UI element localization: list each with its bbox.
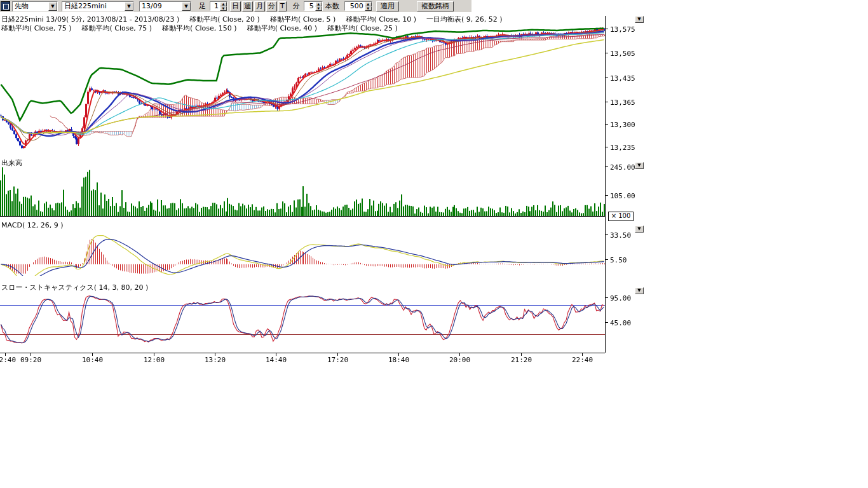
bar-count-label: 本数 [325,1,339,11]
spin-down-icon[interactable]: ▼ [220,6,227,11]
interval-value: 1 [210,2,220,10]
period-month-button[interactable]: 月 [254,1,265,11]
period-day-button[interactable]: 日 [230,1,241,11]
trading-chart-app: 先物 ▼ 日経225mini ▼ 13/09 ▼ 足 1 ▲▼ 日 週 月 分 … [0,0,868,488]
app-icon [1,1,10,11]
period-minute-button[interactable]: 分 [266,1,277,11]
spin-up-icon[interactable]: ▲ [315,2,322,6]
minute-interval-value: 5 [304,2,315,10]
chart-title: 日経225mini 13/09( 5分, 2013/08/21 - 2013/0… [1,16,179,24]
main-toolbar: 先物 ▼ 日経225mini ▼ 13/09 ▼ 足 1 ▲▼ 日 週 月 分 … [0,0,471,12]
volume-scale-box: × 100 [608,212,634,221]
category-select-value: 先物 [13,2,48,11]
indicator-label-ma10: 移動平均( Close, 10 ) [346,16,416,24]
minute-unit-label: 分 [293,1,300,11]
indicator-label-ma75a: 移動平均( Close, 75 ) [1,25,72,32]
indicator-label-ma25: 移動平均( Close, 25 ) [327,25,398,32]
indicator-label-ma150: 移動平均( Close, 150 ) [162,25,237,32]
volume-panel-menu-button[interactable]: ▼ [635,162,644,169]
interval-stepper[interactable]: 1 ▲▼ [210,1,227,11]
bar-count-stepper[interactable]: 500 ▲▼ [344,1,372,11]
indicator-label-ma40: 移動平均( Close, 40 ) [247,25,318,32]
spin-down-icon[interactable]: ▼ [315,6,322,11]
minute-interval-stepper[interactable]: 5 ▲▼ [304,1,323,11]
volume-panel-label: 出来高 [1,159,22,167]
price-chart-canvas[interactable] [0,0,644,367]
chevron-down-icon[interactable]: ▼ [125,2,133,11]
price-panel-menu-button[interactable]: ▼ [635,16,644,23]
symbol-select-value: 日経225mini [62,2,125,11]
indicator-label-ma5: 移動平均( Close, 5 ) [270,16,336,24]
stoch-panel-menu-button[interactable]: ▼ [635,287,644,294]
period-tick-button[interactable]: T [278,1,287,11]
category-select[interactable]: 先物 ▼ [12,1,58,11]
chart-header-line1: 日経225mini 13/09( 5分, 2013/08/21 - 2013/0… [1,16,503,24]
bar-count-value: 500 [345,2,365,10]
contract-month-select[interactable]: 13/09 ▼ [139,1,191,11]
macd-panel-menu-button[interactable]: ▼ [635,226,644,233]
contract-select-value: 13/09 [140,2,182,11]
stoch-panel-label: スロー・ストキャスティクス( 14, 3, 80, 20 ) [1,284,148,292]
spin-down-icon[interactable]: ▼ [365,6,372,11]
indicator-label-ichimoku: 一目均衡表( 9, 26, 52 ) [426,16,503,24]
chart-header-line2: 移動平均( Close, 75 ) 移動平均( Close, 75 ) 移動平均… [1,25,398,32]
indicator-label-ma20: 移動平均( Close, 20 ) [189,16,260,24]
timeframe-label: 足 [199,1,206,11]
multi-symbol-button[interactable]: 複数銘柄 [417,1,454,11]
symbol-select[interactable]: 日経225mini ▼ [62,1,134,11]
indicator-label-ma75b: 移動平均( Close, 75 ) [82,25,153,32]
chevron-down-icon[interactable]: ▼ [182,2,191,11]
spin-up-icon[interactable]: ▲ [220,2,227,6]
macd-panel-label: MACD( 12, 26, 9 ) [1,222,64,229]
apply-button[interactable]: 適用 [376,1,399,11]
period-week-button[interactable]: 週 [242,1,253,11]
chevron-down-icon[interactable]: ▼ [48,2,57,11]
spin-up-icon[interactable]: ▲ [365,2,372,6]
